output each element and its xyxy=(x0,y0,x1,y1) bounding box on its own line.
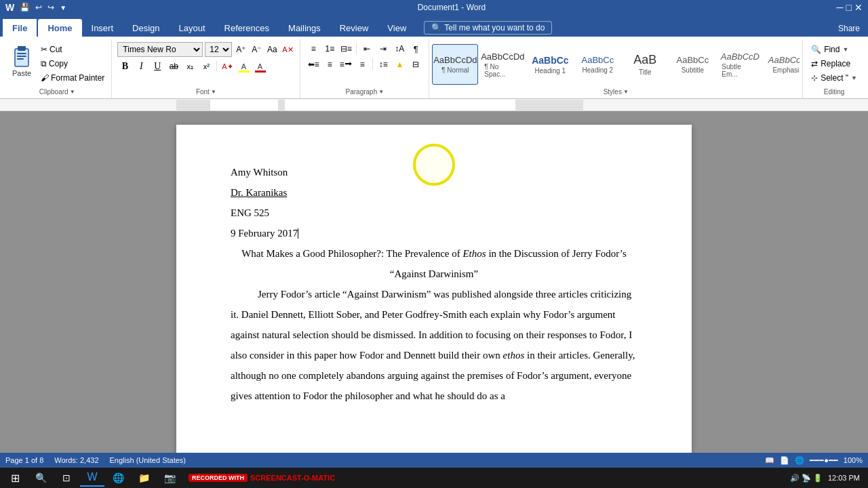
change-case-button[interactable]: Aa xyxy=(265,43,279,56)
zoom-slider[interactable]: ━━━●━━ xyxy=(810,456,838,465)
tab-layout[interactable]: Layout xyxy=(170,19,215,37)
document-page[interactable]: Amy Whitson Dr. Karanikas ENG 525 9 Febr… xyxy=(176,125,692,453)
tab-references[interactable]: References xyxy=(215,19,279,37)
tell-me-box[interactable]: 🔍 Tell me what you want to do xyxy=(424,21,552,35)
paste-icon xyxy=(11,43,33,69)
word-taskbar-button[interactable]: W xyxy=(80,469,104,487)
paste-button[interactable]: Paste xyxy=(7,41,37,80)
title-line1: What Makes a Good Philosopher?: The Prev… xyxy=(231,243,637,264)
increase-indent-button[interactable]: ⇥ xyxy=(376,42,391,56)
task-view-button[interactable]: ⊡ xyxy=(54,469,79,487)
subscript-button[interactable]: x₂ xyxy=(182,59,197,74)
paragraph-expand-icon[interactable]: ▼ xyxy=(378,89,384,95)
font-shrink-button[interactable]: A⁻ xyxy=(250,43,263,56)
search-taskbar[interactable]: 🔍 xyxy=(28,469,53,487)
quick-redo-icon[interactable]: ↪ xyxy=(47,3,54,12)
font-expand-icon[interactable]: ▼ xyxy=(211,89,216,95)
line-spacing-button[interactable]: ↕≡ xyxy=(376,58,391,71)
subtitle-style-button[interactable]: AaBbCc Subtitle xyxy=(669,44,715,85)
quick-undo-icon[interactable]: ↩ xyxy=(35,3,42,12)
replace-icon: ⇄ xyxy=(811,59,818,68)
bullets-button[interactable]: ≡ xyxy=(306,42,321,56)
web-layout-icon[interactable]: 🌐 xyxy=(795,456,804,465)
normal-style-button[interactable]: AaBbCcDd ¶ Normal xyxy=(432,44,478,85)
font-grow-button[interactable]: A⁺ xyxy=(234,43,248,56)
find-icon: 🔍 xyxy=(811,45,821,54)
replace-button[interactable]: ⇄ Replace xyxy=(808,58,860,70)
read-mode-icon[interactable]: 📖 xyxy=(765,456,774,465)
strikethrough-button[interactable]: ab xyxy=(166,59,181,74)
font-size-select[interactable]: 12 xyxy=(205,42,232,57)
quick-menu-icon[interactable]: ▼ xyxy=(60,4,66,12)
body-paragraph: Jerry Fodor’s article “Against Darwinism… xyxy=(231,284,637,406)
print-layout-icon[interactable]: 📄 xyxy=(780,456,789,465)
clock: 12:03 PM xyxy=(828,474,860,482)
window-close-icon[interactable]: ✕ xyxy=(854,2,863,13)
page-info: Page 1 of 8 xyxy=(5,456,43,464)
sort-button[interactable]: ↕A xyxy=(392,42,407,56)
heading2-preview: AaBbCc xyxy=(582,55,614,65)
multilevel-button[interactable]: ⊟≡ xyxy=(338,42,353,56)
format-painter-button[interactable]: 🖌 Format Painter xyxy=(38,72,107,84)
format-painter-label: Format Painter xyxy=(51,73,104,83)
search-icon: 🔍 xyxy=(431,23,441,33)
tab-design[interactable]: Design xyxy=(123,19,169,37)
underline-button[interactable]: U xyxy=(150,59,165,74)
clear-formatting-button[interactable]: A✕ xyxy=(281,43,294,56)
tab-mailings[interactable]: Mailings xyxy=(279,19,330,37)
align-right-button[interactable]: ≡⮕ xyxy=(338,58,353,71)
text-highlight-button[interactable]: A xyxy=(236,59,251,74)
no-spacing-label: ¶ No Spac... xyxy=(484,63,521,78)
heading2-style-button[interactable]: AaBbCc Heading 2 xyxy=(574,44,620,85)
decrease-indent-button[interactable]: ⇤ xyxy=(359,42,374,56)
svg-rect-5 xyxy=(17,58,24,60)
align-left-button[interactable]: ⬅≡ xyxy=(306,58,321,71)
tab-insert[interactable]: Insert xyxy=(82,19,123,37)
font-color-button[interactable]: A xyxy=(252,59,267,74)
normal-style-preview: AaBbCcDd xyxy=(433,55,477,65)
share-button[interactable]: Share xyxy=(833,22,865,35)
borders-button[interactable]: ⊟ xyxy=(408,58,423,71)
align-center-button[interactable]: ≡ xyxy=(322,58,337,71)
cut-button[interactable]: ✂ Cut xyxy=(38,43,107,56)
heading1-style-button[interactable]: AaBbCc Heading 1 xyxy=(527,44,573,85)
shading-button[interactable]: ▲ xyxy=(392,58,407,71)
italic-button[interactable]: I xyxy=(134,59,149,74)
emphasis-preview: AaBbCcD xyxy=(768,55,800,65)
professor-line: Dr. Karanikas xyxy=(231,182,637,203)
edge-taskbar-button[interactable]: 🌐 xyxy=(106,469,130,487)
no-spacing-style-button[interactable]: AaBbCcDd ¶ No Spac... xyxy=(479,44,526,85)
font-family-select[interactable]: Times New Ro xyxy=(117,42,203,57)
quick-save-icon[interactable]: 💾 xyxy=(20,3,30,12)
subtle-emphasis-style-button[interactable]: AaBbCcD Subtle Em... xyxy=(717,44,763,85)
tab-file[interactable]: File xyxy=(3,19,37,37)
tab-view[interactable]: View xyxy=(378,19,416,37)
window-restore-icon[interactable]: □ xyxy=(846,2,852,13)
tab-review[interactable]: Review xyxy=(330,19,378,37)
title-style-button[interactable]: AaB Title xyxy=(622,44,668,85)
window-minimize-icon[interactable]: ─ xyxy=(837,2,844,13)
tab-home[interactable]: Home xyxy=(38,19,81,37)
show-marks-button[interactable]: ¶ xyxy=(408,42,423,56)
bold-button[interactable]: B xyxy=(117,59,132,74)
copy-label: Copy xyxy=(49,59,68,68)
subtitle-preview: AaBbCc xyxy=(677,55,709,65)
start-button[interactable]: ⊞ xyxy=(3,469,27,487)
other-taskbar-1[interactable]: 📷 xyxy=(157,469,182,487)
document-area: Amy Whitson Dr. Karanikas ENG 525 9 Febr… xyxy=(0,111,868,453)
title-label: Title xyxy=(639,68,652,76)
paragraph-group-label: Paragraph xyxy=(346,88,378,96)
numbering-button[interactable]: 1≡ xyxy=(322,42,337,56)
find-button[interactable]: 🔍 Find ▼ xyxy=(808,43,860,56)
author-line: Amy Whitson xyxy=(231,162,637,182)
copy-button[interactable]: ⧉ Copy xyxy=(38,58,107,70)
screencast-taskbar[interactable]: RECORDED WITH SCREENCAST-O-MATIC xyxy=(183,474,340,482)
explorer-taskbar-button[interactable]: 📁 xyxy=(132,469,156,487)
clipboard-expand-icon[interactable]: ▼ xyxy=(70,89,75,95)
text-effects-button[interactable]: A✦ xyxy=(220,59,235,74)
select-button[interactable]: ⊹ Select " ▼ xyxy=(808,72,860,84)
justify-button[interactable]: ≡ xyxy=(355,58,370,71)
superscript-button[interactable]: x² xyxy=(199,59,214,74)
emphasis-style-button[interactable]: AaBbCcD Emphasis xyxy=(764,44,800,85)
styles-expand-icon[interactable]: ▼ xyxy=(623,89,629,95)
